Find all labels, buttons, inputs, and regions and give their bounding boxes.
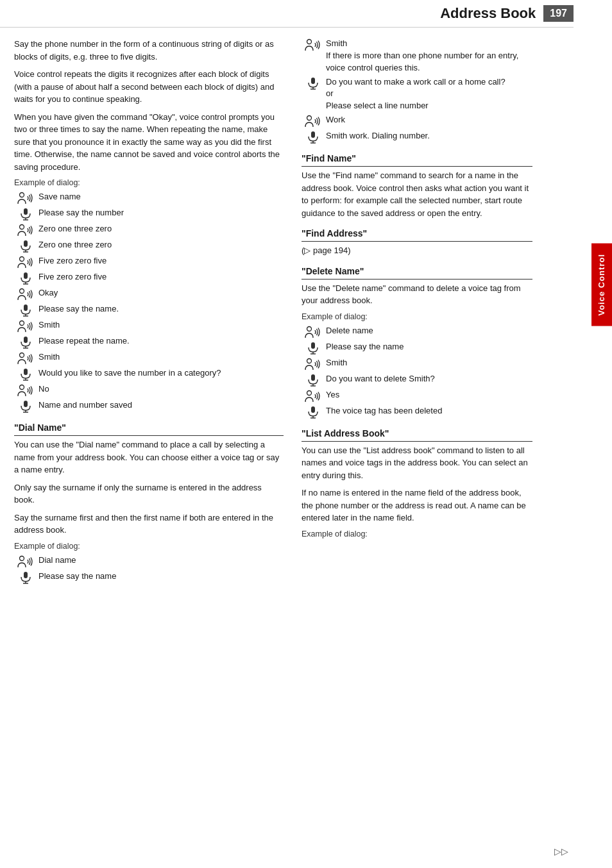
list-address-book-para-1: You can use the "List address book" comm… [302, 444, 532, 482]
dial-name-para-1: You can use the "Dial name" command to p… [14, 438, 284, 476]
dialog-row: Work [304, 114, 532, 128]
dialog-row: Smith [304, 357, 532, 371]
svg-rect-45 [311, 374, 315, 381]
svg-rect-13 [24, 305, 28, 311]
main-content: Say the phone number in the form of a co… [0, 28, 612, 597]
dialog-text: Please say the name [326, 341, 532, 353]
mic-icon [306, 131, 320, 144]
dialog-row: Smith [17, 351, 284, 365]
dialog-text: No [38, 383, 284, 396]
dialog-text: Delete name [326, 325, 532, 337]
svg-rect-29 [24, 572, 28, 578]
voice-icon [17, 288, 34, 301]
dialog-text: Yes [326, 389, 532, 401]
dialog-row: Okay [17, 287, 284, 301]
dialog-row: Please say the name. [17, 303, 284, 317]
dialog-text: Please repeat the name. [38, 335, 284, 347]
dialog-row: Name and number saved [17, 399, 284, 413]
svg-rect-21 [24, 369, 28, 375]
dial-name-para-2: Only say the surname if only the surname… [14, 481, 284, 506]
dialog-text: Name and number saved [38, 399, 284, 412]
dialog-text: Please say the number [38, 207, 284, 219]
dialog-row: Please say the name [17, 571, 284, 585]
svg-point-36 [307, 116, 312, 121]
voice-icon [17, 352, 34, 365]
dialog-text: Would you like to save the number in a c… [38, 367, 284, 380]
mic-icon [306, 342, 320, 355]
find-name-para: Use the "Find name" command to search fo… [302, 169, 532, 219]
dialog-text: Work [326, 114, 532, 126]
svg-point-0 [20, 193, 24, 197]
svg-point-8 [20, 257, 24, 262]
mic-icon [306, 406, 320, 419]
dialog-row: Zero one three zero [17, 223, 284, 237]
dialog-text: Smith [38, 351, 284, 363]
dialog-row: The voice tag has been deleted [304, 405, 532, 419]
dialog-row: Five zero zero five [17, 255, 284, 269]
find-name-title: "Find Name" [302, 153, 532, 167]
dial-name-para-3: Say the surname first and then the first… [14, 512, 284, 537]
dial-name-continued: Smith If there is more than one phone nu… [302, 38, 532, 144]
voice-icon [17, 256, 34, 269]
voice-icon [17, 224, 34, 237]
example-label-dial: Example of dialog: [14, 542, 284, 551]
footer-arrow: ▷▷ [554, 846, 568, 856]
svg-point-40 [307, 326, 312, 331]
svg-point-28 [20, 556, 24, 560]
voice-icon [305, 38, 321, 51]
dialog-list-1: Save name Please say the number Zero one… [14, 191, 284, 413]
svg-rect-1 [24, 208, 28, 215]
dialog-row: Smith work. Dialing number. [304, 130, 532, 144]
dialog-text: Dial name [38, 555, 284, 567]
example-label-list: Example of dialog: [302, 530, 532, 538]
dialog-list-dial: Dial name Please say the name [14, 555, 284, 585]
dialog-text: Smith [38, 319, 284, 331]
dialog-row: Dial name [17, 555, 284, 569]
dialog-row: Please repeat the name. [17, 335, 284, 349]
svg-rect-41 [311, 342, 315, 349]
mic-icon [19, 336, 33, 349]
left-column: Say the phone number in the form of a co… [0, 38, 295, 587]
dialog-text: Please say the name. [38, 303, 284, 315]
dialog-row: Would you like to save the number in a c… [17, 367, 284, 381]
find-address-title: "Find Address" [302, 228, 532, 242]
dialog-text: The voice tag has been deleted [326, 405, 532, 417]
dial-name-title: "Dial Name" [14, 422, 284, 436]
svg-point-16 [20, 321, 24, 326]
dialog-text: Save name [38, 191, 284, 203]
dialog-row: Zero one three zero [17, 239, 284, 253]
svg-point-48 [307, 390, 312, 395]
svg-point-24 [20, 385, 24, 390]
voice-icon [305, 358, 321, 371]
list-address-book-title: "List Address Book" [302, 428, 532, 442]
intro-para-2: Voice control repeats the digits it reco… [14, 68, 284, 106]
mic-icon [19, 368, 33, 381]
svg-point-44 [307, 358, 312, 363]
dialog-text: Zero one three zero [38, 223, 284, 235]
svg-rect-5 [24, 240, 28, 247]
dialog-text: Five zero zero five [38, 271, 284, 283]
svg-rect-37 [311, 131, 315, 138]
dialog-row: Delete name [304, 325, 532, 339]
delete-name-title: "Delete Name" [302, 266, 532, 280]
dialog-text: Five zero zero five [38, 255, 284, 267]
svg-rect-25 [24, 401, 28, 407]
mic-icon [19, 272, 33, 285]
voice-icon [305, 115, 321, 128]
dialog-row: Five zero zero five [17, 271, 284, 285]
voice-icon [17, 384, 34, 397]
dialog-row: Do you want to make a work call or a hom… [304, 76, 532, 113]
svg-rect-17 [24, 337, 28, 343]
voice-icon [305, 326, 321, 338]
mic-icon [19, 208, 33, 221]
svg-point-12 [20, 289, 24, 294]
mic-icon [306, 77, 320, 90]
intro-para-1: Say the phone number in the form of a co… [14, 38, 284, 63]
page-header: Address Book 197 [0, 0, 574, 28]
mic-icon [19, 304, 33, 317]
dialog-row: Smith [17, 319, 284, 333]
dialog-row: Do you want to delete Smith? [304, 373, 532, 387]
page-title: Address Book [440, 5, 536, 22]
voice-icon [17, 555, 34, 568]
dialog-text: Do you want to delete Smith? [326, 373, 532, 385]
